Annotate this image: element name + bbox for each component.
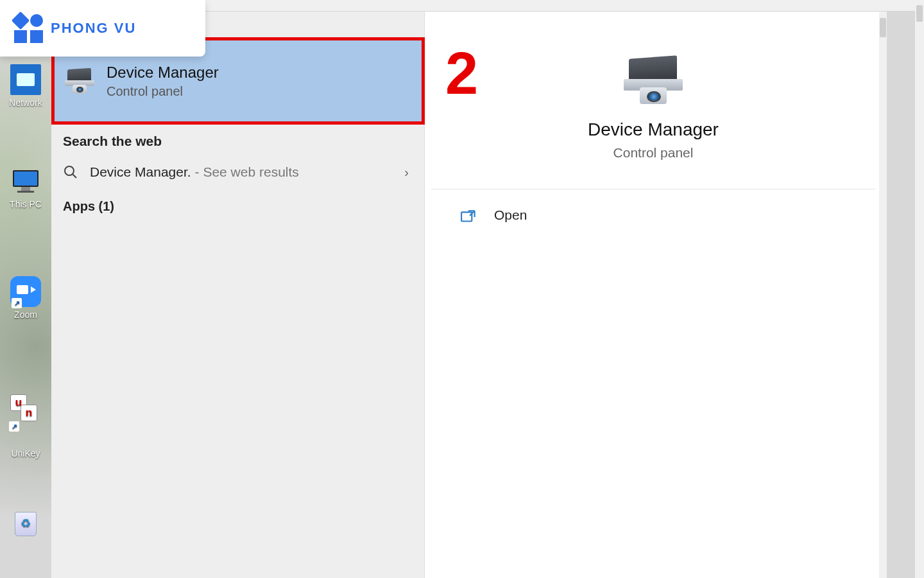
scrollbar[interactable] xyxy=(915,0,924,578)
open-icon xyxy=(461,209,477,222)
section-header-web: Search the web xyxy=(51,122,424,155)
recycle-bin-icon xyxy=(10,509,41,539)
search-icon xyxy=(63,164,78,180)
web-search-result[interactable]: Device Manager. - See web results › xyxy=(51,155,424,189)
action-open[interactable]: Open xyxy=(431,189,875,241)
unikey-icon: u n ↗ xyxy=(10,394,41,425)
web-result-hint: - See web results xyxy=(195,164,299,180)
preview-subtitle: Control panel xyxy=(431,145,875,161)
shortcut-overlay-icon: ↗ xyxy=(12,298,22,308)
annotation-step-number: 2 xyxy=(445,44,478,103)
section-header-apps: Apps (1) xyxy=(51,189,424,224)
desktop-icon-network[interactable]: Network xyxy=(5,64,46,108)
desktop-icon-this-pc[interactable]: This PC xyxy=(5,166,46,209)
scrollbar[interactable] xyxy=(879,12,887,578)
network-icon xyxy=(10,64,41,95)
desktop-icon-label: Zoom xyxy=(5,310,46,320)
zoom-icon: ↗ xyxy=(10,276,41,307)
best-match-subtitle: Control panel xyxy=(107,84,219,99)
this-pc-icon xyxy=(10,166,41,197)
start-search-panel: Device Manager Control panel Search the … xyxy=(51,12,887,578)
svg-line-1 xyxy=(73,174,76,178)
desktop-icon-label: Network xyxy=(5,98,46,108)
device-manager-icon xyxy=(64,67,95,94)
desktop-icon-zoom[interactable]: ↗ Zoom xyxy=(5,276,46,320)
desktop-icon-unikey[interactable]: u n ↗ UniKey xyxy=(5,394,46,459)
shortcut-overlay-icon: ↗ xyxy=(9,421,19,432)
svg-rect-2 xyxy=(461,212,472,221)
action-label: Open xyxy=(494,207,527,223)
preview-title: Device Manager xyxy=(431,119,875,140)
desktop-icon-recycle-bin[interactable] xyxy=(5,509,46,542)
watermark-logo-card: PHONG VU xyxy=(0,0,205,57)
preview-header: Device Manager Control panel xyxy=(431,30,875,189)
search-results-column: Device Manager Control panel Search the … xyxy=(51,12,425,578)
svg-point-0 xyxy=(65,166,74,175)
web-result-query: Device Manager. xyxy=(90,164,191,180)
desktop-icon-label: UniKey xyxy=(5,448,46,459)
device-manager-icon xyxy=(622,55,684,105)
phong-vu-logo-text: PHONG VU xyxy=(51,20,136,37)
desktop-background-strip: Network This PC ↗ Zoom u n ↗ UniKey xyxy=(0,0,51,578)
result-preview-column: Device Manager Control panel Open xyxy=(425,12,887,578)
best-match-title: Device Manager xyxy=(107,64,219,82)
chevron-right-icon: › xyxy=(404,165,413,180)
phong-vu-logo-icon xyxy=(14,14,43,43)
desktop-icon-label: This PC xyxy=(5,199,46,209)
